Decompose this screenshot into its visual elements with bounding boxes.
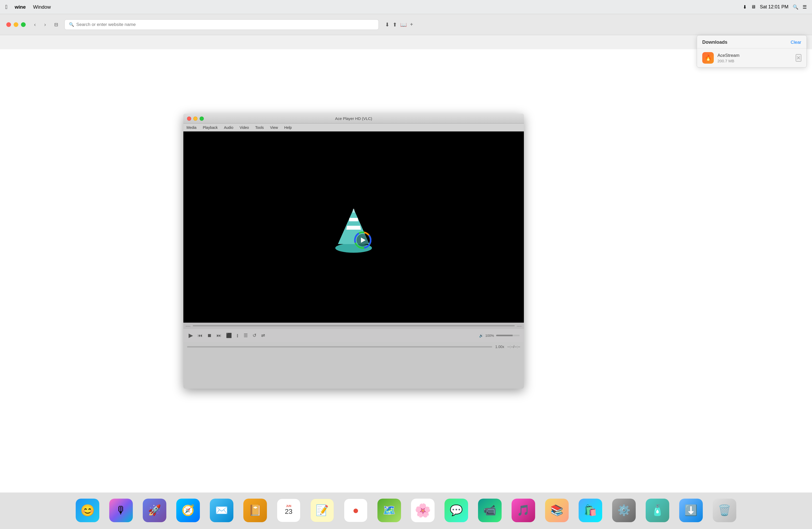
dock-item-rocket[interactable]: 🚀 bbox=[139, 499, 170, 523]
calendar-month: JUN bbox=[286, 505, 291, 508]
books-icon: 📚 bbox=[545, 499, 569, 522]
download-remove-button[interactable]: ✕ bbox=[796, 54, 801, 61]
download-info: AceStream 200.7 MB bbox=[717, 53, 792, 63]
vlc-close-button[interactable] bbox=[187, 117, 191, 121]
download-status-icon[interactable]: ⬇ bbox=[743, 4, 747, 10]
vlc-loop-button[interactable]: ↺ bbox=[251, 332, 258, 339]
vlc-media-menu[interactable]: Media bbox=[187, 126, 197, 130]
notes-icon: 📝 bbox=[310, 499, 334, 522]
browser-toolbar: ‹ › ⊟ 🔍 ⬇ ⬆ 📖 + bbox=[0, 14, 812, 35]
dock-item-photos[interactable]: 🌸 bbox=[407, 499, 438, 523]
dock-item-siri[interactable]: 🎙 bbox=[105, 499, 137, 523]
vlc-audio-menu[interactable]: Audio bbox=[224, 126, 233, 130]
address-input[interactable] bbox=[76, 22, 374, 27]
search-icon: 🔍 bbox=[69, 22, 74, 27]
vlc-playlist-button[interactable]: ☰ bbox=[243, 332, 249, 339]
dock-item-itunes[interactable]: 🎵 bbox=[508, 499, 539, 523]
dock-item-calendar[interactable]: JUN 23 bbox=[273, 499, 304, 523]
add-tab-button[interactable]: + bbox=[410, 21, 413, 28]
window-maximize-button[interactable] bbox=[21, 22, 26, 27]
calendar-date: 23 bbox=[285, 508, 293, 516]
dock-item-reminders[interactable]: ● bbox=[340, 499, 372, 523]
window-minimize-button[interactable] bbox=[14, 22, 18, 27]
vlc-tools-menu[interactable]: Tools bbox=[255, 126, 264, 130]
download-button[interactable]: ⬇ bbox=[385, 21, 390, 28]
reading-list-button[interactable]: 📖 bbox=[400, 21, 407, 28]
vlc-volume-icon: 🔊 bbox=[479, 334, 483, 338]
dock-item-facetime[interactable]: 📹 bbox=[474, 499, 506, 523]
siri-icon: 🎙 bbox=[109, 499, 133, 522]
vlc-menu: Media Playback Audio Video Tools View He… bbox=[183, 123, 524, 131]
vlc-prev-button[interactable]: ⏮ bbox=[197, 332, 204, 339]
dock-item-books[interactable]: 📚 bbox=[541, 499, 572, 523]
calendar-icon: JUN 23 bbox=[277, 499, 301, 522]
dock-item-safari[interactable]: 🧭 bbox=[172, 499, 204, 523]
dock-item-finder[interactable]: 😊 bbox=[72, 499, 103, 523]
app-name-menu[interactable]: wine bbox=[15, 4, 26, 10]
dock-item-downloads[interactable]: ⬇️ bbox=[675, 499, 707, 523]
window-controls bbox=[6, 22, 26, 27]
dock-item-contacts[interactable]: 📔 bbox=[240, 499, 271, 523]
vlc-video-menu[interactable]: Video bbox=[240, 126, 249, 130]
download-size: 200.7 MB bbox=[717, 59, 792, 63]
rocket-icon: 🚀 bbox=[143, 499, 166, 522]
vlc-playback-menu[interactable]: Playback bbox=[203, 126, 218, 130]
vlc-stop-button[interactable]: ⏹ bbox=[206, 332, 213, 339]
downloads-header: Downloads Clear bbox=[697, 35, 807, 48]
vlc-volume-percent: 100% bbox=[485, 334, 494, 338]
dock-item-maps[interactable]: 🗺️ bbox=[374, 499, 405, 523]
vlc-time-right: ·-·-· bbox=[515, 324, 522, 328]
vlc-progress-track[interactable] bbox=[193, 325, 515, 326]
vlc-view-menu[interactable]: View bbox=[270, 126, 278, 130]
downloads-panel: Downloads Clear 🔥 AceStream 200.7 MB ✕ bbox=[697, 35, 807, 68]
sidebar-toggle-button[interactable]: ⊟ bbox=[52, 21, 60, 29]
dock-item-notes[interactable]: 📝 bbox=[306, 499, 338, 523]
vlc-frame-button[interactable]: ⬛ bbox=[225, 332, 233, 339]
vlc-seek-bar: 1.00x --:--/--:-- bbox=[183, 342, 524, 351]
maps-icon: 🗺️ bbox=[377, 499, 401, 522]
notification-icon[interactable]: ☰ bbox=[802, 4, 807, 10]
share-button[interactable]: ⬆ bbox=[393, 21, 397, 28]
vlc-seek-track[interactable] bbox=[187, 346, 492, 348]
vlc-time-display: --:--/--:-- bbox=[507, 344, 520, 349]
download-app-icon: 🔥 bbox=[702, 52, 714, 64]
photos-icon: 🌸 bbox=[411, 499, 435, 522]
apple-menu[interactable]:  bbox=[5, 4, 7, 11]
browser-window: ‹ › ⊟ 🔍 ⬇ ⬆ 📖 + Downloads Clear 🔥 AceStr… bbox=[0, 14, 812, 529]
dock-item-wine[interactable]: 🧴 bbox=[642, 499, 673, 523]
clock: Sat 12:01 PM bbox=[760, 4, 788, 10]
vlc-volume-slider[interactable] bbox=[496, 335, 520, 336]
vlc-minimize-button[interactable] bbox=[193, 117, 198, 121]
dock-item-syspref[interactable]: ⚙️ bbox=[608, 499, 640, 523]
vlc-logo bbox=[333, 204, 375, 251]
vlc-next-button[interactable]: ⏭ bbox=[216, 332, 222, 339]
vlc-shuffle-button[interactable]: ⇌ bbox=[260, 332, 266, 339]
safari-icon: 🧭 bbox=[176, 499, 200, 522]
vlc-maximize-button[interactable] bbox=[200, 117, 204, 121]
dock-item-appstore[interactable]: 🛍️ bbox=[575, 499, 606, 523]
download-item: 🔥 AceStream 200.7 MB ✕ bbox=[697, 48, 807, 67]
finder-icon: 😊 bbox=[76, 499, 99, 522]
window-close-button[interactable] bbox=[6, 22, 11, 27]
vlc-help-menu[interactable]: Help bbox=[284, 126, 292, 130]
vlc-volume-area: 🔊 100% bbox=[479, 334, 520, 338]
dock-item-trash[interactable]: 🗑️ bbox=[709, 499, 740, 523]
menubar:  wine Window ⬇ 🖥 Sat 12:01 PM 🔍 ☰ bbox=[0, 0, 812, 14]
dock-item-messages[interactable]: 💬 bbox=[440, 499, 472, 523]
search-icon[interactable]: 🔍 bbox=[793, 4, 798, 10]
contacts-icon: 📔 bbox=[243, 499, 267, 522]
back-button[interactable]: ‹ bbox=[32, 20, 38, 29]
vlc-eq-button[interactable]: ⫿ bbox=[235, 332, 240, 339]
itunes-icon: 🎵 bbox=[511, 499, 535, 522]
vlc-play-button[interactable]: ▶ bbox=[188, 331, 194, 340]
dock-item-mail[interactable]: ✉️ bbox=[206, 499, 237, 523]
vlc-video-area[interactable] bbox=[183, 131, 524, 323]
download-name: AceStream bbox=[717, 53, 792, 58]
forward-button[interactable]: › bbox=[42, 20, 48, 29]
display-icon[interactable]: 🖥 bbox=[751, 4, 756, 10]
clear-downloads-button[interactable]: Clear bbox=[791, 40, 801, 45]
vlc-progress-bar[interactable]: ·-·-· ·-·-· bbox=[183, 323, 524, 329]
vlc-speed: 1.00x bbox=[495, 344, 504, 349]
window-menu[interactable]: Window bbox=[33, 4, 51, 10]
trash-icon: 🗑️ bbox=[713, 499, 736, 522]
